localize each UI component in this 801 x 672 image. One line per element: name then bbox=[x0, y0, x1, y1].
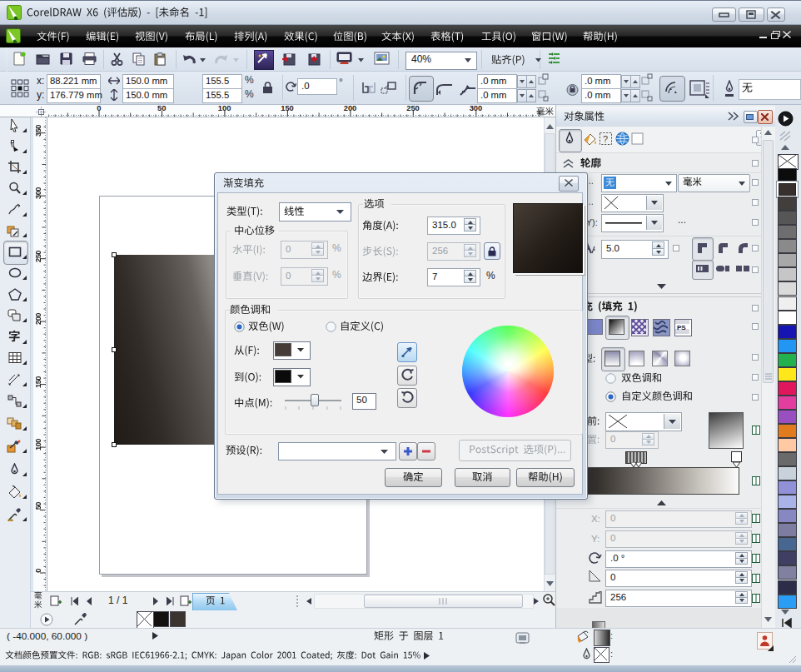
svg-text:PS: PS bbox=[677, 324, 686, 331]
svg-text:?: ? bbox=[603, 134, 608, 144]
